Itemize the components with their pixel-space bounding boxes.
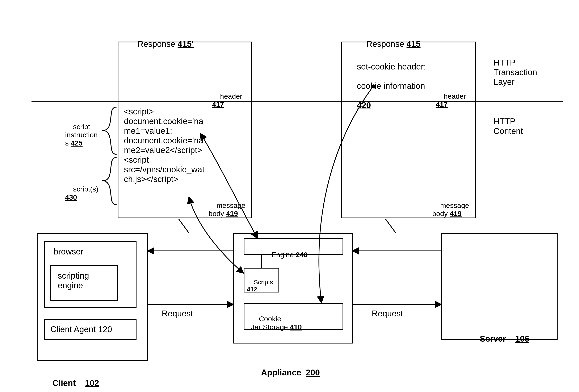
header-word-left: header bbox=[220, 92, 242, 100]
scripting-engine-label: scripting engine bbox=[58, 271, 89, 290]
set-cookie-line1: set-cookie header: bbox=[357, 62, 426, 71]
request-right-label: Request bbox=[372, 309, 403, 318]
server-word: Server bbox=[480, 334, 506, 343]
message-body-left: message body 419 bbox=[209, 193, 245, 226]
layer-divider bbox=[31, 101, 563, 102]
appliance-label: Appliance 200 bbox=[252, 358, 320, 387]
client-word: Client bbox=[52, 378, 75, 388]
request-left-label: Request bbox=[162, 309, 193, 318]
appliance-num: 200 bbox=[306, 368, 320, 377]
svg-line-1 bbox=[385, 219, 396, 233]
response-num: 415 bbox=[407, 39, 421, 49]
engine-label: Engine 240 bbox=[264, 243, 308, 267]
scripts-num: 430 bbox=[65, 193, 77, 201]
scripts-box-word: Scripts bbox=[254, 279, 273, 286]
cookie-jar-num: 410 bbox=[290, 323, 302, 331]
set-cookie-line2: cookie information bbox=[357, 81, 425, 90]
http-transaction-layer-label: HTTP Transaction Layer bbox=[494, 58, 537, 87]
scripts-word: script(s) bbox=[73, 185, 98, 193]
script-instructions-label: script instruction s 425 bbox=[65, 114, 98, 155]
server-label: Server 106 bbox=[470, 324, 529, 353]
engine-word: Engine bbox=[272, 251, 294, 259]
set-cookie-num: 420 bbox=[357, 101, 371, 110]
scripts-label: script(s)430 bbox=[65, 177, 98, 209]
engine-to-scripts-line bbox=[261, 255, 262, 268]
client-agent-label: Client Agent 120 bbox=[50, 325, 112, 334]
header-label-left: header417 bbox=[212, 84, 242, 117]
svg-line-0 bbox=[179, 219, 189, 233]
response-prime-title: Response 415' bbox=[128, 29, 194, 58]
message-body-right: message body 419 bbox=[432, 193, 469, 226]
cookie-jar-word: Cookie Jar Storage bbox=[251, 315, 288, 331]
msg-body-num-left: 419 bbox=[226, 209, 238, 217]
http-content-label: HTTP Content bbox=[494, 117, 523, 136]
header-label-right: header417 bbox=[436, 84, 466, 117]
engine-num: 240 bbox=[296, 251, 308, 259]
response-prime-word: Response bbox=[137, 39, 175, 49]
client-num: 102 bbox=[85, 378, 99, 388]
script-block: <script> document.cookie='na me1=value1;… bbox=[124, 107, 205, 184]
server-num: 106 bbox=[515, 334, 529, 343]
client-label: Client 102 bbox=[43, 369, 99, 392]
response-word: Response bbox=[366, 39, 404, 49]
appliance-word: Appliance bbox=[261, 368, 301, 377]
response-prime-num: 415' bbox=[178, 39, 194, 49]
msg-body-num-right: 419 bbox=[450, 209, 462, 217]
browser-label: browser bbox=[54, 247, 83, 256]
scripts-box-label: Scripts412 bbox=[247, 271, 273, 300]
script-instructions-num: 425 bbox=[71, 139, 82, 147]
header-num-left: 417 bbox=[212, 100, 224, 108]
header-word-right: header bbox=[444, 92, 466, 100]
header-num-right: 417 bbox=[436, 100, 448, 108]
set-cookie-block: set-cookie header: cookie information 42… bbox=[348, 52, 426, 120]
cookie-jar-label: Cookie Jar Storage 410 bbox=[251, 307, 302, 339]
scripts-box-num: 412 bbox=[247, 286, 257, 293]
